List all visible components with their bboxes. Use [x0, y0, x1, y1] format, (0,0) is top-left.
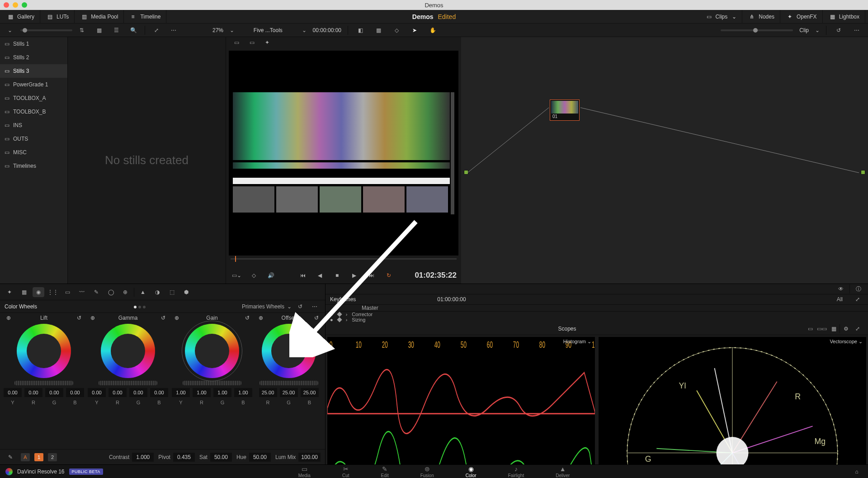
3d-icon[interactable]: ⬢ [180, 287, 192, 297]
jog-wheel[interactable] [14, 381, 73, 385]
expand-icon[interactable]: ⤢ [852, 324, 863, 334]
page-2-button[interactable]: 2 [48, 453, 57, 461]
gallery-zoom-slider[interactable] [20, 29, 72, 31]
page-1-button[interactable]: 1 [34, 453, 43, 461]
blur-icon[interactable]: ▲ [137, 287, 149, 297]
scope-layout-1-icon[interactable]: ▭ [804, 324, 816, 334]
viewer-mode-icon[interactable]: ▭⌄ [231, 270, 242, 280]
node-zoom-slider[interactable] [721, 29, 793, 31]
page-dots[interactable] [133, 303, 146, 310]
value-cell[interactable]: 0.00 [4, 388, 22, 397]
jog-wheel[interactable] [99, 381, 157, 385]
value-cell[interactable]: 1.00 [172, 388, 190, 397]
qualifier-icon[interactable]: ✎ [90, 287, 102, 297]
tab-timeline[interactable]: ≡Timeline [126, 10, 166, 24]
rgb-mixer-icon[interactable]: ⋮⋮ [47, 287, 59, 297]
key-icon[interactable]: ◑ [151, 287, 163, 297]
expand-icon[interactable]: ⤢ [852, 294, 863, 304]
page-media[interactable]: ▭Media [298, 465, 311, 478]
list-view-icon[interactable]: ☰ [110, 25, 122, 35]
minimize-icon[interactable] [13, 2, 18, 8]
page-fusion[interactable]: ⊚Fusion [420, 465, 434, 478]
gallery-item-stills-1[interactable]: ▭Stills 1 [0, 37, 67, 51]
gallery-item-misc[interactable]: ▭MISC [0, 146, 67, 159]
scope-settings-icon[interactable]: ⚙ [840, 324, 852, 334]
value-cell[interactable]: 0.00 [66, 388, 84, 397]
tab-openfx[interactable]: ✦OpenFX [782, 10, 823, 24]
color-wheel[interactable] [262, 324, 316, 378]
tab-gallery[interactable]: ▦Gallery [3, 10, 40, 24]
tracking-icon[interactable]: ⊕ [119, 287, 131, 297]
color-wheels-icon[interactable]: ◉ [33, 287, 44, 297]
page-deliver[interactable]: ▲Deliver [556, 465, 570, 478]
viewer-zoom[interactable]: 27% [212, 27, 223, 33]
view-mode-a-icon[interactable]: ▭ [231, 38, 242, 47]
reset-icon[interactable]: ↺ [294, 302, 306, 312]
chevron-down-icon[interactable]: ⌄ [5, 25, 16, 35]
picker-icon[interactable]: ⊕ [6, 315, 11, 321]
kf-track-corrector[interactable]: Corrector [352, 312, 373, 317]
value-cell[interactable]: 25.00 [301, 388, 319, 397]
keyframes-all-label[interactable]: All [837, 296, 843, 303]
window-icon[interactable]: ◯ [105, 287, 117, 297]
picker-icon[interactable]: ⊕ [175, 315, 179, 321]
page-color[interactable]: ◉Color [466, 465, 476, 478]
clip-name[interactable]: Five ...Tools [241, 27, 296, 33]
value-cell[interactable]: 0.00 [150, 388, 168, 397]
viewer-timecode[interactable]: 01:02:35:22 [415, 271, 457, 280]
value-cell[interactable]: 0.00 [108, 388, 127, 397]
view-mode-b-icon[interactable]: ▭ [246, 38, 258, 47]
grid-view-icon[interactable]: ▦ [93, 25, 105, 35]
color-match-icon[interactable]: ▦ [18, 287, 30, 297]
search-icon[interactable]: 🔍 [127, 25, 139, 35]
curves-icon[interactable]: 〰 [76, 287, 88, 297]
tab-clips[interactable]: ▭Clips⌄ [701, 10, 743, 24]
pointer-icon[interactable]: ➤ [409, 25, 420, 35]
gallery-item-toolbox_a[interactable]: ▭TOOLBOX_A [0, 91, 67, 105]
prev-clip-icon[interactable]: ⏮ [297, 270, 309, 280]
scope-layout-4-icon[interactable]: ▦ [828, 324, 840, 334]
step-back-icon[interactable]: ◀ [314, 270, 326, 280]
more-icon[interactable]: ⋯ [168, 25, 179, 35]
color-wheel[interactable] [101, 324, 155, 378]
maximize-icon[interactable] [22, 2, 27, 8]
picker-icon[interactable]: ⊕ [259, 315, 263, 321]
page-fairlight[interactable]: ♪Fairlight [508, 465, 524, 478]
next-clip-icon[interactable]: ⏭ [366, 270, 377, 280]
image-wipe-icon[interactable]: ◧ [354, 25, 366, 35]
contrast-value[interactable]: 1.000 [132, 453, 154, 462]
value-cell[interactable]: 25.00 [259, 388, 277, 397]
play-icon[interactable]: ▶ [349, 270, 360, 280]
value-cell[interactable]: 0.00 [129, 388, 147, 397]
motion-effects-icon[interactable]: ▭ [61, 287, 73, 297]
vectorscope-label[interactable]: Vectorscope [830, 339, 857, 344]
gallery-item-stills-2[interactable]: ▭Stills 2 [0, 51, 67, 64]
gallery-item-toolbox_b[interactable]: ▭TOOLBOX_B [0, 105, 67, 118]
gallery-item-powergrade-1[interactable]: ▭PowerGrade 1 [0, 78, 67, 91]
visibility-icon[interactable]: 👁 [835, 284, 847, 294]
chevron-down-icon[interactable]: ⌄ [302, 27, 307, 33]
reset-icon[interactable]: ↺ [161, 315, 165, 321]
sat-value[interactable]: 50.00 [210, 453, 232, 462]
kf-track-sizing[interactable]: Sizing [352, 317, 365, 322]
more-icon[interactable]: ⋯ [309, 302, 321, 312]
home-icon[interactable]: ⌂ [851, 467, 863, 477]
node-01[interactable]: 01 [550, 99, 580, 121]
sizing-icon[interactable]: ⬚ [166, 287, 178, 297]
gallery-item-stills-3[interactable]: ▭Stills 3 [0, 64, 67, 78]
info-icon[interactable]: ⓘ [853, 284, 864, 294]
pivot-value[interactable]: 0.435 [173, 453, 195, 462]
color-wheel[interactable] [185, 324, 239, 378]
scope-layout-2-icon[interactable]: ▭▭ [816, 324, 828, 334]
mute-icon[interactable]: 🔊 [265, 270, 277, 280]
bypass-icon[interactable]: ◇ [248, 270, 259, 280]
gallery-item-timelines[interactable]: ▭Timelines [0, 159, 67, 173]
magic-icon[interactable]: ✦ [261, 38, 273, 47]
node-editor[interactable]: 01 [461, 37, 868, 284]
jog-wheel[interactable] [259, 381, 318, 385]
value-cell[interactable]: 0.00 [88, 388, 106, 397]
camera-raw-icon[interactable]: ✦ [4, 287, 15, 297]
tab-nodes[interactable]: ⋔Nodes [744, 10, 780, 24]
gallery-item-outs[interactable]: ▭OUTS [0, 132, 67, 146]
viewer-canvas[interactable] [229, 51, 458, 256]
